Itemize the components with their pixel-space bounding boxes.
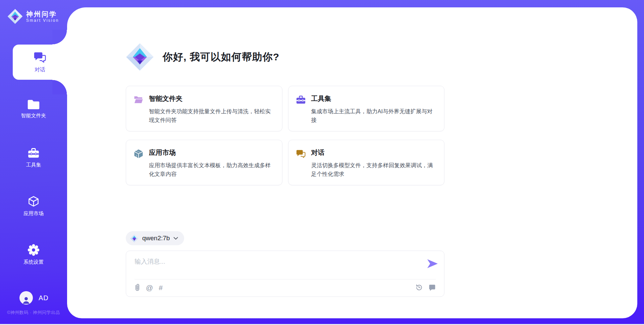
sidebar-item-chat[interactable]: 对话 bbox=[13, 45, 67, 80]
message-composer: @ # bbox=[126, 251, 444, 297]
sidebar-item-app-market[interactable]: 应用市场 bbox=[0, 195, 67, 217]
avatar bbox=[19, 291, 33, 305]
composer-toolbar: @ # bbox=[135, 283, 436, 291]
card-description: 应用市场提供丰富长文本模板，助力高效生成多样化文章内容 bbox=[149, 161, 273, 178]
hash-icon[interactable]: # bbox=[159, 284, 163, 291]
at-sign-icon[interactable]: @ bbox=[146, 284, 153, 291]
card-description: 灵活切换多模型文件，支持多样回复效果调试，满足个性化需求 bbox=[311, 161, 436, 178]
card-title: 对话 bbox=[311, 148, 436, 157]
sidebar-item-settings[interactable]: 系统设置 bbox=[0, 244, 67, 265]
card-chat[interactable]: 对话 灵活切换多模型文件，支持多样回复效果调试，满足个性化需求 bbox=[288, 140, 445, 185]
card-title: 智能文件夹 bbox=[149, 94, 273, 103]
chevron-down-icon bbox=[173, 237, 178, 240]
sidebar-item-toolset[interactable]: 工具集 bbox=[0, 147, 67, 168]
user-menu[interactable]: AD bbox=[19, 291, 49, 305]
greeting-title: 你好, 我可以如何帮助你? bbox=[163, 50, 279, 64]
card-app-market[interactable]: 应用市场 应用市场提供丰富长文本模板，助力高效生成多样化文章内容 bbox=[126, 140, 282, 185]
card-toolset[interactable]: 工具集 集成市场上主流工具，助力AI与外界无缝扩展与对接 bbox=[288, 86, 445, 131]
brand-diamond-logo-icon bbox=[7, 9, 23, 24]
sidebar-item-label: 智能文件夹 bbox=[21, 113, 46, 119]
user-name: AD bbox=[39, 294, 49, 302]
feature-cards: 智能文件夹 智能文件夹功能支持批量文件上传与清洗，轻松实现文件问答 工具集 集成… bbox=[126, 86, 444, 185]
cube-icon bbox=[133, 149, 144, 159]
chat-bubbles-icon bbox=[33, 51, 47, 63]
card-smart-folder[interactable]: 智能文件夹 智能文件夹功能支持批量文件上传与清洗，轻松实现文件问答 bbox=[126, 86, 282, 131]
folder-open-icon bbox=[133, 95, 144, 105]
sidebar-item-label: 对话 bbox=[35, 66, 45, 73]
card-title: 应用市场 bbox=[149, 148, 273, 157]
card-description: 集成市场上主流工具，助力AI与外界无缝扩展与对接 bbox=[311, 107, 436, 124]
person-icon bbox=[22, 296, 31, 305]
model-name: qwen2:7b bbox=[142, 235, 170, 242]
card-title: 工具集 bbox=[311, 94, 436, 103]
brand: 神州问学 Smart Vision bbox=[7, 9, 59, 24]
send-icon bbox=[427, 259, 438, 269]
model-diamond-logo-icon bbox=[130, 234, 139, 243]
send-button[interactable] bbox=[427, 258, 439, 269]
gear-icon bbox=[28, 244, 40, 256]
message-icon[interactable] bbox=[428, 284, 436, 291]
model-selector[interactable]: qwen2:7b bbox=[126, 231, 184, 245]
toolbox-icon bbox=[28, 147, 40, 159]
greeting: 你好, 我可以如何帮助你? bbox=[126, 43, 279, 71]
sidebar-item-label: 工具集 bbox=[26, 162, 41, 168]
history-icon[interactable] bbox=[415, 284, 423, 291]
sidebar-item-label: 应用市场 bbox=[23, 210, 44, 217]
greeting-diamond-logo-icon bbox=[126, 43, 154, 71]
message-input[interactable] bbox=[135, 256, 423, 267]
paperclip-icon[interactable] bbox=[135, 283, 140, 291]
toolbox-icon bbox=[296, 95, 306, 105]
card-description: 智能文件夹功能支持批量文件上传与清洗，轻松实现文件问答 bbox=[149, 107, 273, 124]
brand-name: 神州问学 bbox=[26, 10, 59, 18]
active-tab-fillet-top bbox=[52, 30, 67, 45]
folder-icon bbox=[28, 99, 40, 110]
active-tab-fillet-bottom bbox=[52, 80, 67, 94]
sidebar-item-smart-folder[interactable]: 智能文件夹 bbox=[0, 99, 67, 119]
cube-icon bbox=[28, 195, 40, 207]
copyright: ©神州数码 · 神州问学出品 bbox=[0, 310, 67, 316]
composer-divider bbox=[135, 279, 436, 279]
chat-bubbles-icon bbox=[296, 149, 306, 159]
brand-tagline: Smart Vision bbox=[26, 18, 59, 23]
sidebar: 神州问学 Smart Vision 对话 智能文件夹 bbox=[0, 0, 67, 325]
sidebar-item-label: 系统设置 bbox=[23, 259, 44, 265]
